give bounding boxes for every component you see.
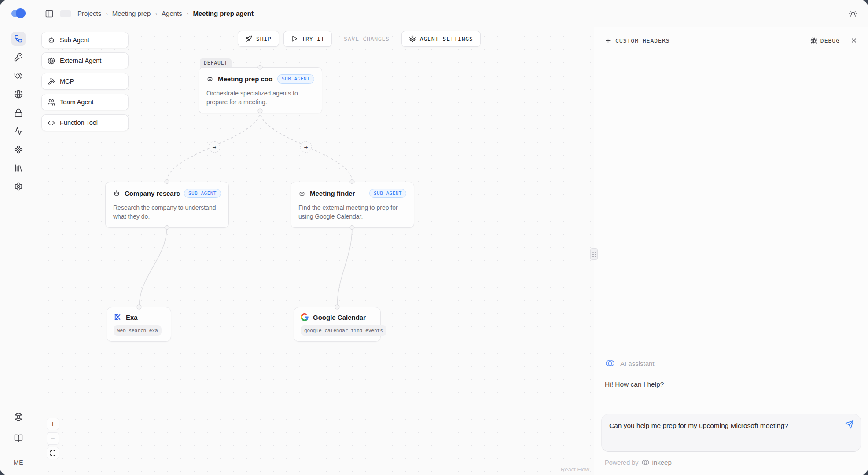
chat-input[interactable]: Can you help me prep for my upcoming Mic… bbox=[609, 420, 838, 443]
try-it-button[interactable]: TRY IT bbox=[283, 31, 332, 47]
sub-agent-badge: SUB AGENT bbox=[369, 189, 406, 198]
node-handle[interactable] bbox=[137, 305, 142, 310]
node-handle[interactable] bbox=[258, 65, 263, 70]
agent-settings-label: AGENT SETTINGS bbox=[420, 36, 473, 42]
panel-resize-handle[interactable] bbox=[590, 248, 598, 260]
library-icon bbox=[14, 164, 23, 172]
globe-icon bbox=[14, 90, 23, 99]
chat-panel-header: CUSTOM HEADERS DEBUG bbox=[594, 27, 868, 44]
node-title: Meeting prep coordi... bbox=[218, 75, 273, 83]
breadcrumb-current: Meeting prep agent bbox=[193, 10, 254, 17]
rail-item-external[interactable] bbox=[11, 87, 26, 101]
plus-icon bbox=[605, 37, 611, 44]
user-avatar[interactable]: ME bbox=[14, 459, 23, 466]
ship-button[interactable]: SHIP bbox=[238, 31, 279, 47]
globe-icon bbox=[48, 57, 55, 65]
node-handle[interactable] bbox=[350, 179, 355, 184]
activity-icon bbox=[14, 127, 23, 135]
flow-canvas[interactable]: Sub Agent External Agent MCP Team Agent bbox=[37, 27, 594, 475]
palette-item-team-agent[interactable]: Team Agent bbox=[41, 94, 129, 110]
inkeep-assistant-icon bbox=[605, 358, 615, 369]
custom-headers-button[interactable]: CUSTOM HEADERS bbox=[605, 37, 670, 44]
node-handle[interactable] bbox=[335, 305, 340, 310]
rail-item-components[interactable] bbox=[11, 142, 26, 157]
arrow-right-icon: → bbox=[304, 143, 308, 150]
agent-settings-button[interactable]: AGENT SETTINGS bbox=[401, 31, 481, 47]
breadcrumb-separator: › bbox=[106, 10, 108, 17]
agent-node-meeting-prep-coordinator[interactable]: Meeting prep coordi... SUB AGENT Orchest… bbox=[199, 67, 322, 113]
palette-item-function-tool[interactable]: Function Tool bbox=[41, 114, 129, 131]
custom-headers-label: CUSTOM HEADERS bbox=[615, 37, 670, 44]
ship-label: SHIP bbox=[256, 36, 272, 42]
rail-item-help[interactable] bbox=[11, 410, 26, 424]
fit-view-button[interactable] bbox=[47, 447, 59, 459]
theme-toggle-button[interactable] bbox=[849, 9, 857, 18]
node-handle[interactable] bbox=[165, 179, 169, 184]
node-handle[interactable] bbox=[165, 225, 169, 230]
rail-item-docs[interactable] bbox=[11, 431, 26, 445]
default-agent-tag: DEFAULT bbox=[200, 58, 232, 68]
rail-item-activity[interactable] bbox=[11, 124, 26, 138]
gear-icon bbox=[409, 35, 416, 42]
lock-icon bbox=[14, 108, 23, 117]
zoom-out-button[interactable]: − bbox=[47, 432, 59, 445]
node-description: Find the external meeting to prep for us… bbox=[298, 203, 406, 221]
save-changes-button[interactable]: SAVE CHANGES bbox=[336, 31, 397, 47]
icon-rail: ME bbox=[0, 0, 37, 475]
assistant-greeting: Hi! How can I help? bbox=[605, 380, 857, 388]
save-changes-label: SAVE CHANGES bbox=[344, 36, 390, 42]
breadcrumb-projects[interactable]: Projects bbox=[77, 10, 101, 17]
google-logo-icon bbox=[301, 313, 309, 321]
exa-logo-icon bbox=[114, 313, 121, 321]
edge-arrow-marker[interactable]: → bbox=[300, 141, 312, 153]
gear-icon bbox=[14, 182, 23, 191]
rail-item-security[interactable] bbox=[11, 106, 26, 120]
assistant-label: AI assistant bbox=[620, 360, 655, 367]
org-badge bbox=[60, 10, 71, 17]
brand-label: inkeep bbox=[652, 459, 672, 466]
palette-item-mcp[interactable]: MCP bbox=[41, 73, 129, 90]
breadcrumb-separator: › bbox=[187, 10, 189, 17]
tool-id-chip: google_calendar_find_events bbox=[301, 325, 386, 336]
close-panel-button[interactable] bbox=[850, 37, 857, 44]
node-handle[interactable] bbox=[350, 225, 355, 230]
rail-item-tags[interactable] bbox=[11, 69, 26, 83]
breadcrumb-meeting-prep[interactable]: Meeting prep bbox=[112, 10, 151, 17]
bot-icon bbox=[298, 190, 305, 197]
sun-icon bbox=[849, 9, 857, 18]
send-icon bbox=[845, 420, 854, 429]
zoom-in-button[interactable]: + bbox=[47, 418, 59, 430]
edge-arrow-marker[interactable]: → bbox=[209, 141, 220, 153]
palette-item-label: Function Tool bbox=[60, 119, 98, 126]
node-handle[interactable] bbox=[258, 109, 263, 113]
powered-by[interactable]: Powered by inkeep bbox=[605, 458, 857, 467]
sub-agent-badge: SUB AGENT bbox=[184, 189, 221, 198]
agent-node-company-researcher[interactable]: Company researcher SUB AGENT Research th… bbox=[105, 182, 229, 228]
bot-icon bbox=[206, 76, 213, 83]
bot-icon bbox=[48, 37, 55, 44]
tool-node-exa[interactable]: Exa web_search_exa bbox=[107, 307, 171, 342]
assistant-header: AI assistant bbox=[605, 358, 857, 369]
debug-button[interactable]: DEBUG bbox=[810, 37, 840, 44]
play-icon bbox=[291, 35, 298, 42]
sub-agent-badge: SUB AGENT bbox=[277, 74, 314, 84]
node-description: Orchestrate specialized agents to prepar… bbox=[206, 89, 314, 107]
agent-node-meeting-finder[interactable]: Meeting finder SUB AGENT Find the extern… bbox=[291, 182, 414, 228]
tool-node-google-calendar[interactable]: Google Calendar google_calendar_find_eve… bbox=[294, 307, 381, 342]
bug-icon bbox=[810, 37, 817, 44]
react-flow-attribution[interactable]: React Flow bbox=[561, 466, 589, 473]
palette-item-sub-agent[interactable]: Sub Agent bbox=[41, 32, 129, 48]
inkeep-logo bbox=[11, 8, 26, 18]
try-it-label: TRY IT bbox=[302, 36, 325, 42]
close-icon bbox=[850, 37, 857, 44]
palette-item-external-agent[interactable]: External Agent bbox=[41, 52, 129, 69]
plus-icon: + bbox=[51, 420, 55, 428]
sidebar-toggle-button[interactable] bbox=[45, 9, 54, 18]
send-button[interactable] bbox=[845, 420, 854, 430]
rail-item-settings[interactable] bbox=[11, 179, 26, 194]
rail-item-library[interactable] bbox=[11, 161, 26, 175]
rail-item-keys[interactable] bbox=[11, 50, 26, 64]
rail-item-agents[interactable] bbox=[11, 32, 26, 46]
chat-input-container: Can you help me prep for my upcoming Mic… bbox=[601, 414, 861, 452]
breadcrumb-agents[interactable]: Agents bbox=[162, 10, 182, 17]
